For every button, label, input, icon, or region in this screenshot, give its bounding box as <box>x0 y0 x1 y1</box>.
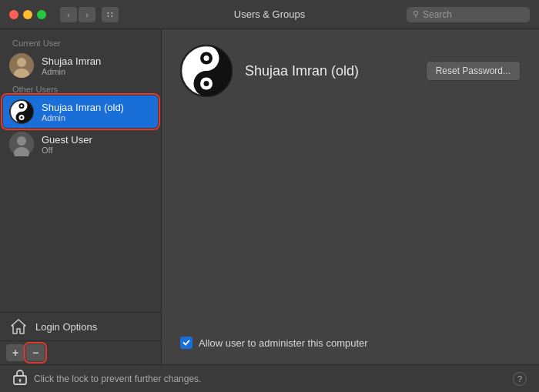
bottom-bar: Click the lock to prevent further change… <box>0 364 539 392</box>
user-old-info: Shujaa Imran (old) Admin <box>42 102 152 122</box>
svg-point-6 <box>21 105 23 107</box>
house-icon <box>9 317 28 336</box>
detail-body <box>180 97 521 321</box>
current-user-avatar <box>9 53 34 78</box>
svg-point-16 <box>204 81 209 86</box>
nav-buttons: ‹ › <box>60 7 95 22</box>
traffic-lights <box>9 10 46 19</box>
sidebar-spacer <box>0 160 161 312</box>
detail-header: Shujaa Imran (old) Reset Password... <box>180 45 521 97</box>
sidebar-item-current-user[interactable]: Shujaa Imran Admin <box>0 49 161 82</box>
back-button[interactable]: ‹ <box>60 7 77 22</box>
login-options-item[interactable]: Login Options <box>0 312 161 340</box>
user-old-name: Shujaa Imran (old) <box>42 102 152 113</box>
grid-button[interactable]: ∷ <box>102 7 119 22</box>
sidebar-item-guest[interactable]: Guest User Off <box>0 128 161 160</box>
svg-point-7 <box>21 116 23 119</box>
main-content: Current User Shujaa Imran Admin Other Us… <box>0 29 539 364</box>
sidebar-actions: + − <box>0 340 161 364</box>
svg-point-9 <box>17 136 26 146</box>
user-old-role: Admin <box>42 113 152 122</box>
search-box[interactable]: ⚲ <box>407 7 530 22</box>
other-users-label: Other Users <box>0 82 161 95</box>
bottom-text: Click the lock to prevent further change… <box>34 374 201 384</box>
minimize-button[interactable] <box>23 10 32 19</box>
sidebar: Current User Shujaa Imran Admin Other Us… <box>0 29 162 364</box>
help-button[interactable]: ? <box>513 372 527 386</box>
close-button[interactable] <box>9 10 18 19</box>
allow-admin-checkbox[interactable] <box>180 337 192 349</box>
maximize-button[interactable] <box>37 10 46 19</box>
reset-password-button[interactable]: Reset Password... <box>426 61 521 81</box>
svg-point-1 <box>17 58 26 67</box>
allow-admin-label: Allow user to administer this computer <box>199 337 368 349</box>
current-user-role: Admin <box>42 67 152 76</box>
detail-panel: Shujaa Imran (old) Reset Password... All… <box>162 29 539 364</box>
allow-admin-row: Allow user to administer this computer <box>180 337 521 349</box>
user-old-avatar <box>9 99 34 124</box>
search-input[interactable] <box>423 9 524 20</box>
current-user-label: Current User <box>0 35 161 49</box>
sidebar-item-user-old[interactable]: Shujaa Imran (old) Admin <box>3 95 158 128</box>
guest-user-role: Off <box>42 146 152 155</box>
svg-point-15 <box>204 55 209 61</box>
login-options-label: Login Options <box>35 321 97 333</box>
guest-user-info: Guest User Off <box>42 134 152 155</box>
current-user-info: Shujaa Imran Admin <box>42 55 152 76</box>
guest-avatar <box>9 132 34 156</box>
window-title: Users & Groups <box>234 8 305 20</box>
detail-user-name: Shujaa Imran (old) <box>245 63 413 79</box>
forward-button[interactable]: › <box>79 7 95 22</box>
remove-user-button[interactable]: − <box>26 344 45 361</box>
svg-marker-11 <box>12 320 25 333</box>
current-user-name: Shujaa Imran <box>42 55 152 67</box>
search-icon: ⚲ <box>413 9 419 19</box>
guest-user-name: Guest User <box>42 134 152 146</box>
user-avatar-large <box>180 45 233 97</box>
titlebar: ‹ › ∷ Users & Groups ⚲ <box>0 0 539 29</box>
add-user-button[interactable]: + <box>6 344 25 361</box>
lock-icon[interactable] <box>12 368 28 389</box>
titlebar-left: ‹ › ∷ <box>9 7 119 22</box>
